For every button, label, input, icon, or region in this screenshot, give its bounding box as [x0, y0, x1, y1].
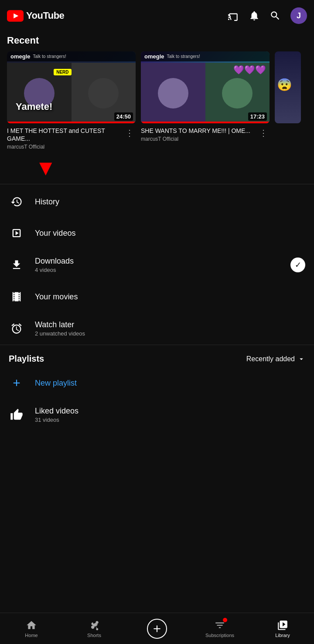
video-card-1[interactable]: omegle Talk to strangers! NERD Yamete! 2…: [7, 51, 136, 150]
playlists-section: Playlists Recently added + New playlist …: [0, 345, 314, 431]
video-more-button-2[interactable]: ⋮: [257, 127, 270, 139]
your-movies-label: Your movies: [35, 292, 305, 302]
library-menu: History Your videos Downloads 4 videos ✓: [0, 186, 314, 345]
divider-1: [0, 184, 314, 184]
recent-section: Recent omegle Talk to strangers! NERD: [0, 31, 314, 157]
video-card-2[interactable]: omegle Talk to strangers! 💜💜💜 17:23: [141, 51, 270, 150]
playlists-title: Playlists: [9, 354, 44, 364]
your-videos-item[interactable]: Your videos: [0, 217, 314, 249]
youtube-logo-icon: [7, 10, 24, 22]
watch-later-label: Watch later: [35, 320, 305, 329]
search-icon: [270, 10, 281, 21]
downloads-item[interactable]: Downloads 4 videos ✓: [0, 249, 314, 281]
your-movies-item[interactable]: Your movies: [0, 281, 314, 312]
new-playlist-item[interactable]: + New playlist: [0, 367, 314, 399]
history-item[interactable]: History: [0, 186, 314, 217]
plus-icon: +: [9, 375, 24, 391]
liked-videos-item[interactable]: Liked videos 31 videos: [0, 399, 314, 431]
partial-thumb-content: 😨: [277, 78, 292, 92]
your-movies-icon: [9, 289, 24, 305]
video-thumb-1[interactable]: omegle Talk to strangers! NERD Yamete! 2…: [7, 51, 136, 123]
video-thumb-2[interactable]: omegle Talk to strangers! 💜💜💜 17:23: [141, 51, 270, 123]
bottom-spacer: [0, 431, 314, 470]
sort-button[interactable]: Recently added: [246, 355, 305, 363]
omegle-banner-2: omegle Talk to strangers!: [141, 51, 270, 61]
liked-videos-icon: [9, 407, 24, 423]
subscriptions-icon: [214, 620, 225, 631]
nerd-badge: NERD: [54, 69, 71, 75]
omegle-banner-1: omegle Talk to strangers!: [7, 51, 136, 61]
sort-label: Recently added: [246, 355, 295, 363]
shorts-label: Shorts: [87, 633, 101, 638]
video-info-1: I MET THE HOTTEST and CUTEST GAME... mar…: [7, 127, 136, 150]
your-videos-icon: [9, 225, 24, 241]
header-left: YouTube: [7, 10, 64, 22]
downloads-sublabel: 4 videos: [35, 267, 280, 273]
nav-add[interactable]: [126, 619, 188, 639]
video-channel-2: marcusT Official: [141, 136, 254, 142]
video-duration-2: 17:23: [248, 112, 267, 121]
downloads-icon: [9, 257, 24, 273]
video-duration-1: 24:50: [114, 112, 133, 121]
watch-later-icon: [9, 321, 24, 336]
recent-title: Recent: [0, 31, 314, 51]
liked-videos-count: 31 videos: [35, 417, 305, 423]
recent-scroll[interactable]: omegle Talk to strangers! NERD Yamete! 2…: [0, 51, 314, 157]
video-card-3[interactable]: 😨: [275, 51, 301, 150]
youtube-logo-text: YouTube: [26, 10, 64, 21]
home-label: Home: [25, 633, 38, 638]
cast-button[interactable]: [228, 10, 239, 21]
bell-icon: [249, 10, 260, 21]
shorts-icon: [89, 620, 100, 631]
video-title-1: I MET THE HOTTEST and CUTEST GAME...: [7, 127, 120, 142]
youtube-logo[interactable]: YouTube: [7, 10, 64, 22]
video-title-2: SHE WANTS TO MARRY ME!!! | OME...: [141, 127, 254, 135]
app-header: YouTube J: [0, 0, 314, 31]
watch-later-item[interactable]: Watch later 2 unwatched videos: [0, 312, 314, 345]
history-label: History: [35, 197, 305, 207]
nav-library[interactable]: Library: [251, 620, 314, 638]
history-icon: [9, 194, 24, 210]
subscriptions-label: Subscriptions: [205, 633, 234, 638]
hearts-emoji: 💜💜💜: [233, 64, 266, 75]
bottom-nav: Home Shorts Subscriptions: [0, 613, 314, 644]
library-icon: [277, 620, 288, 631]
video-thumb-3[interactable]: 😨: [275, 51, 301, 123]
new-playlist-label: New playlist: [35, 379, 77, 388]
video-more-button-1[interactable]: ⋮: [123, 127, 136, 139]
yamete-text: Yamete!: [16, 101, 52, 112]
liked-videos-label: Liked videos: [35, 407, 305, 416]
search-button[interactable]: [270, 10, 281, 21]
avatar[interactable]: J: [290, 7, 307, 24]
cast-icon: [228, 10, 239, 21]
playlists-header: Playlists Recently added: [0, 345, 314, 367]
nav-subscriptions[interactable]: Subscriptions: [188, 620, 251, 638]
down-arrow: ▼: [35, 157, 57, 179]
check-icon: ✓: [295, 260, 301, 270]
video-info-2: SHE WANTS TO MARRY ME!!! | OME... marcus…: [141, 127, 270, 142]
chevron-down-icon: [297, 355, 305, 363]
nav-shorts[interactable]: Shorts: [63, 620, 126, 638]
progress-bar-2: [141, 122, 270, 123]
nav-home[interactable]: Home: [0, 620, 63, 638]
progress-bar-1: [7, 122, 136, 123]
downloads-label: Downloads: [35, 257, 280, 266]
arrow-indicator: ▼: [0, 157, 314, 182]
video-channel-1: marcusT Official: [7, 144, 120, 150]
add-button[interactable]: [147, 619, 167, 639]
downloads-badge: ✓: [290, 258, 305, 272]
notifications-button[interactable]: [249, 10, 260, 21]
subscriptions-notification-badge: [223, 618, 227, 622]
header-right: J: [228, 7, 307, 24]
your-videos-label: Your videos: [35, 229, 305, 238]
home-icon: [26, 620, 37, 631]
watch-later-sublabel: 2 unwatched videos: [35, 330, 305, 337]
library-label: Library: [275, 633, 290, 638]
